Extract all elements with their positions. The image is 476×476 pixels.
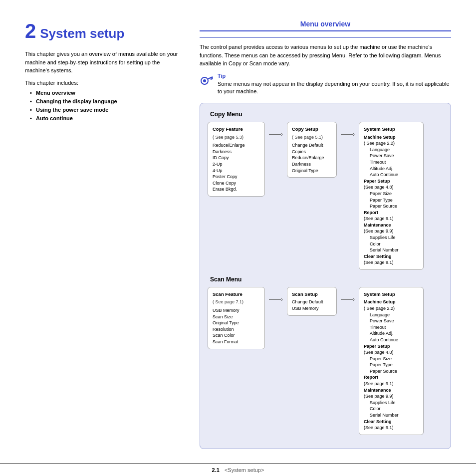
cf-item-7: Erase Bkgd. — [213, 186, 260, 193]
tip-text: Some menus may not appear in the display… — [218, 80, 451, 96]
ss-scan-report: Report — [364, 374, 419, 381]
cf-item-3: 2-Up — [213, 161, 260, 168]
ss-scan-paper-sub: (See page 4.8) — [364, 349, 419, 356]
bullet-list: Menu overview Changing the display langu… — [25, 90, 185, 121]
cf-item-1: Darkness — [213, 149, 260, 155]
copy-feature-box: Copy Feature ( See page 5.3) Reduce/Enla… — [208, 122, 265, 197]
cf-item-4: 4-Up — [213, 168, 260, 174]
includes-label: This chapter includes: — [25, 80, 185, 86]
ss-copy-power: Power Save — [364, 153, 419, 159]
scan-feature-subtitle: ( See page 7.1) — [213, 299, 260, 305]
menu-diagram: Copy Menu Copy Feature ( See page 5.3) R… — [200, 103, 451, 449]
tip-box: Tip Some menus may not appear in the dis… — [200, 73, 451, 96]
ss-copy-color: Color — [364, 241, 419, 247]
ss-copy-report: Report — [364, 210, 419, 216]
menu-overview-intro: The control panel provides access to var… — [200, 43, 451, 68]
sf-item-3: Resolution — [213, 326, 260, 333]
cf-item-6: Clone Copy — [213, 180, 260, 187]
ss-copy-machine: Machine Setup — [364, 134, 419, 141]
sf-item-5: Scan Format — [213, 339, 260, 345]
scan-feature-title: Scan Feature — [213, 291, 260, 297]
copy-setup-subtitle: ( See page 5.1) — [292, 134, 332, 141]
bullet-item-2: Changing the display language — [30, 98, 185, 104]
sf-item-1: Scan Size — [213, 314, 260, 320]
footer-section: <System setup> — [225, 467, 264, 473]
ss-copy-maint: Maintenance — [364, 222, 419, 229]
ss-scan-lang: Language — [364, 312, 419, 318]
chapter-number: 2 — [25, 20, 36, 42]
copy-feature-title: Copy Feature — [213, 126, 260, 132]
tip-content: Tip Some menus may not appear in the dis… — [218, 73, 451, 96]
ss-scan-title: System Setup — [364, 291, 419, 297]
copy-arrow-1 — [269, 122, 283, 138]
chapter-name: System setup — [40, 26, 124, 41]
ss-copy-timeout: Timeout — [364, 159, 419, 166]
bullet-item-1: Menu overview — [30, 90, 185, 96]
copy-setup-box: Copy Setup ( See page 5.1) Change Defaul… — [287, 122, 337, 178]
cf-item-2: ID Copy — [213, 155, 260, 161]
ss-scan-clear-sub: (See page 9.1) — [364, 425, 419, 431]
copy-arrow-2 — [341, 122, 355, 138]
ss-copy-auto: Auto Continue — [364, 172, 419, 178]
tip-icon — [200, 73, 214, 87]
cs-item-0: Change Default — [292, 142, 332, 149]
ss-copy-clear-sub: (See page 9.1) — [364, 259, 419, 266]
system-setup-copy-box: System Setup Machine Setup ( See page 2.… — [359, 122, 424, 270]
ss-scan-machine-sub: ( See page 2.2) — [364, 305, 419, 312]
ss-scan-auto: Auto Continue — [364, 337, 419, 343]
ss-copy-maint-sub: (See page 9.9) — [364, 228, 419, 235]
scan-arrow-1 — [269, 287, 283, 303]
system-setup-scan-box: System Setup Machine Setup ( See page 2.… — [359, 287, 424, 435]
ss-copy-supplies: Supplies Life — [364, 235, 419, 241]
scan-feature-box: Scan Feature ( See page 7.1) USB Memory … — [208, 287, 265, 349]
ss-copy-paper-size: Paper Size — [364, 191, 419, 197]
section-title: Menu overview — [200, 20, 451, 31]
chapter-intro: This chapter gives you an overview of me… — [25, 50, 185, 75]
cs-item-4: Original Type — [292, 168, 332, 174]
ss-copy-paper: Paper Setup — [364, 178, 419, 185]
ss-copy-machine-sub: ( See page 2.2) — [364, 140, 419, 147]
ss-copy-report-sub: (See page 9.1) — [364, 216, 419, 222]
cs-item-3: Darkness — [292, 161, 332, 168]
cs-item-1: Copies — [292, 149, 332, 155]
bullet-item-4: Auto continue — [30, 115, 185, 121]
scan-setup-box: Scan Setup Change Default USB Memory — [287, 287, 337, 315]
tip-label: Tip — [218, 73, 451, 79]
ss-scan-paper-size: Paper Size — [364, 356, 419, 362]
scan-setup-title: Scan Setup — [292, 291, 332, 297]
ss-scan-maint-sub: (See page 9.9) — [364, 393, 419, 400]
ss-copy-serial: Serial Number — [364, 247, 419, 253]
ss-scan-maint: Maintenance — [364, 387, 419, 394]
cs-item-2: Reduce/Enlarge — [292, 155, 332, 161]
ss-item-0: Change Default — [292, 299, 332, 305]
sf-item-2: Original Type — [213, 320, 260, 326]
scan-menu-label: Scan Menu — [208, 276, 443, 283]
ss-scan-serial: Serial Number — [364, 412, 419, 419]
ss-scan-alt: Altitude Adj. — [364, 330, 419, 337]
ss-copy-paper-src: Paper Source — [364, 203, 419, 210]
ss-scan-supplies: Supplies Life — [364, 400, 419, 406]
ss-scan-paper-type: Paper Type — [364, 362, 419, 368]
ss-scan-color: Color — [364, 406, 419, 412]
scan-arrow-2 — [341, 287, 355, 303]
copy-menu-row: Copy Feature ( See page 5.3) Reduce/Enla… — [208, 122, 443, 270]
footer-page: 2.1 — [212, 467, 220, 473]
ss-scan-timeout: Timeout — [364, 324, 419, 331]
ss-copy-paper-sub: (See page 4.8) — [364, 184, 419, 191]
bullet-item-3: Using the power save mode — [30, 107, 185, 113]
ss-copy-clear: Clear Setting — [364, 253, 419, 260]
ss-copy-lang: Language — [364, 147, 419, 153]
sf-item-0: USB Memory — [213, 307, 260, 314]
ss-scan-power: Power Save — [364, 318, 419, 324]
ss-copy-title: System Setup — [364, 126, 419, 132]
svg-point-1 — [203, 79, 206, 82]
copy-menu-label: Copy Menu — [208, 111, 443, 118]
cf-item-0: Reduce/Enlarge — [213, 142, 260, 149]
ss-scan-clear: Clear Setting — [364, 419, 419, 425]
sf-item-4: Scan Color — [213, 332, 260, 339]
ss-scan-report-sub: (See page 9.1) — [364, 381, 419, 387]
ss-copy-alt: Altitude Adj. — [364, 166, 419, 172]
copy-feature-subtitle: ( See page 5.3) — [213, 134, 260, 141]
copy-setup-title: Copy Setup — [292, 126, 332, 132]
scan-menu-row: Scan Feature ( See page 7.1) USB Memory … — [208, 287, 443, 435]
